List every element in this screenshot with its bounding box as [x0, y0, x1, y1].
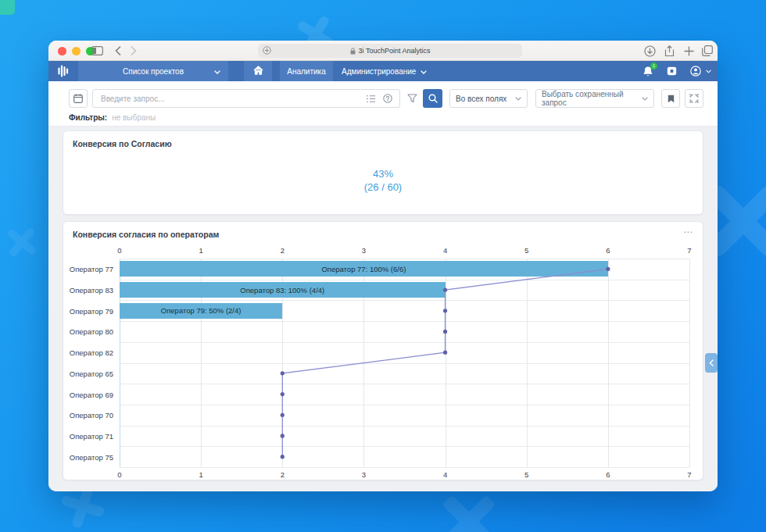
x-tick-label: 5 [524, 470, 528, 479]
chevron-down-icon [706, 70, 711, 73]
dashboard: Конверсия по Согласию 43% (26 / 60) Конв… [48, 127, 718, 480]
search-input[interactable] [93, 95, 366, 103]
filters-label: Фильтры: [69, 113, 107, 122]
line-point[interactable] [281, 413, 285, 417]
line-point[interactable] [281, 455, 285, 459]
new-tab-icon[interactable] [682, 45, 696, 57]
notification-badge: 1 [650, 62, 657, 70]
line-point[interactable] [281, 371, 285, 375]
consent-fraction: (26 / 60) [63, 180, 703, 194]
side-panel-toggle[interactable] [705, 353, 718, 373]
grid-line [689, 259, 690, 467]
app-navbar: Список проектов Аналитика Администрирова… [48, 61, 718, 81]
back-icon[interactable] [111, 45, 125, 57]
tab-analytics[interactable]: Аналитика [280, 61, 333, 81]
x-axis-top: 01234567 [120, 246, 689, 255]
lock-icon [350, 48, 356, 55]
plot-area: Оператор 77: 100% (6/6)Оператор 83: 100%… [120, 259, 689, 467]
tab-overview-icon[interactable] [700, 45, 714, 57]
category-label: Оператор 70 [63, 411, 113, 420]
home-icon [253, 66, 263, 77]
category-label: Оператор 77 [63, 265, 113, 273]
x-tick-label: 1 [199, 470, 202, 479]
project-selector-label: Список проектов [123, 67, 184, 76]
sidebar-toggle-icon[interactable] [90, 45, 104, 57]
filters-value: не выбраны [112, 113, 156, 122]
line-point[interactable] [606, 267, 610, 271]
window-controls [58, 47, 95, 55]
x-tick-label: 2 [281, 246, 285, 255]
query-builder-icon[interactable] [366, 95, 376, 103]
downloads-icon[interactable] [643, 45, 657, 57]
search-toolbar: Во всех полях Выбрать сохраненный запрос [48, 81, 718, 127]
x-tick-label: 7 [687, 470, 691, 479]
notifications-button[interactable]: 1 [643, 66, 653, 77]
category-label: Оператор 69 [63, 390, 113, 398]
user-menu-button[interactable] [690, 66, 711, 77]
chevron-down-icon [421, 67, 427, 76]
line-point[interactable] [281, 392, 285, 396]
share-icon[interactable] [662, 45, 676, 57]
x-tick-label: 6 [606, 246, 610, 255]
consent-percent: 43% [63, 167, 703, 180]
minimize-window-button[interactable] [72, 47, 81, 55]
operators-chart-card: Конверсия согласия по операторам ⋯ 01234… [63, 221, 703, 480]
desktop-corner-accent [0, 0, 15, 15]
x-axis-bottom: 01234567 [120, 470, 689, 480]
tab-administration[interactable]: Администрирование [342, 67, 427, 76]
date-range-button[interactable] [69, 89, 88, 108]
calendar-icon [73, 94, 83, 103]
chevron-left-icon [709, 359, 714, 366]
line-point[interactable] [443, 287, 447, 291]
x-tick-label: 3 [362, 246, 366, 255]
main-content: Во всех полях Выбрать сохраненный запрос [48, 81, 718, 491]
x-tick-label: 0 [117, 246, 121, 255]
chevron-down-icon [642, 97, 648, 101]
saved-query-value: Выбрать сохраненный запрос [542, 90, 642, 107]
search-scope-value: Во всех полях [456, 95, 506, 103]
line-point[interactable] [443, 309, 447, 312]
app-logo-icon[interactable] [48, 64, 78, 78]
x-tick-label: 3 [362, 470, 366, 479]
card-title: Конверсия по Согласию [63, 131, 703, 148]
help-icon[interactable] [383, 94, 392, 103]
line-point[interactable] [281, 434, 285, 437]
browser-chrome: 3i TouchPoint Analytics [48, 41, 718, 61]
page-settings-icon[interactable] [263, 46, 271, 56]
address-bar[interactable]: 3i TouchPoint Analytics [258, 44, 522, 58]
category-label: Оператор 71 [63, 431, 113, 440]
project-selector[interactable]: Список проектов [78, 61, 228, 81]
fullscreen-button[interactable] [685, 89, 703, 108]
user-icon [690, 66, 701, 77]
x-tick-label: 5 [524, 246, 528, 255]
chevron-down-icon [214, 67, 220, 76]
x-tick-label: 7 [687, 246, 691, 255]
apps-icon [667, 66, 677, 76]
category-label: Оператор 83 [63, 286, 113, 295]
chevron-down-icon [515, 97, 521, 101]
saved-query-select[interactable]: Выбрать сохраненный запрос [535, 89, 654, 108]
expand-icon [689, 94, 699, 103]
x-tick-label: 4 [443, 246, 447, 255]
line-point[interactable] [443, 330, 447, 334]
category-label: Оператор 65 [63, 369, 113, 377]
close-window-button[interactable] [58, 47, 66, 55]
save-query-button[interactable] [661, 89, 680, 108]
search-button[interactable] [423, 89, 442, 108]
tab-analytics-label: Аналитика [287, 67, 326, 76]
browser-window: 3i TouchPoint Analytics Список проектов [48, 41, 718, 491]
tab-administration-label: Администрирование [342, 67, 416, 76]
home-button[interactable] [244, 61, 272, 81]
search-scope-select[interactable]: Во всех полях [449, 89, 528, 108]
forward-icon[interactable] [127, 45, 141, 57]
line-series [120, 259, 689, 467]
active-filters: Фильтры: не выбраны [69, 113, 156, 122]
row-divider [120, 467, 689, 468]
filter-icon[interactable] [407, 94, 417, 103]
operators-bar-chart: 01234567 Оператор 77Оператор 83Оператор … [63, 222, 703, 480]
page-title: 3i TouchPoint Analytics [359, 47, 431, 55]
consent-conversion-card: Конверсия по Согласию 43% (26 / 60) [63, 130, 703, 215]
apps-button[interactable] [667, 66, 677, 76]
line-point[interactable] [443, 351, 447, 355]
x-tick-label: 2 [281, 470, 285, 479]
